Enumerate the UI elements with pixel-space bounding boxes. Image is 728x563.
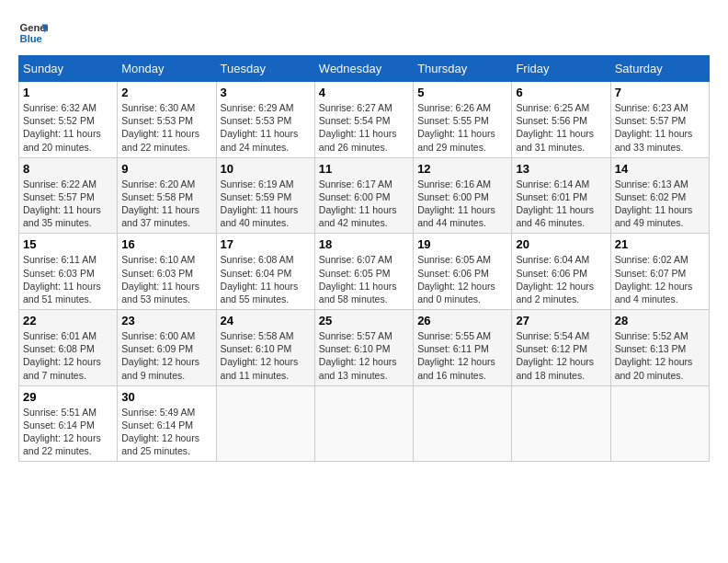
calendar-day-cell: 5Sunrise: 6:26 AMSunset: 5:55 PMDaylight… xyxy=(414,82,512,158)
day-number: 6 xyxy=(516,86,606,99)
day-info: Sunrise: 6:04 AMSunset: 6:06 PMDaylight:… xyxy=(516,253,606,305)
calendar-day-cell: 21Sunrise: 6:02 AMSunset: 6:07 PMDayligh… xyxy=(610,234,709,310)
calendar-day-cell: 2Sunrise: 6:30 AMSunset: 5:53 PMDaylight… xyxy=(118,82,216,158)
calendar-day-cell: 14Sunrise: 6:13 AMSunset: 6:02 PMDayligh… xyxy=(610,157,709,234)
day-info: Sunrise: 6:32 AMSunset: 5:52 PMDaylight:… xyxy=(23,101,113,154)
svg-text:Blue: Blue xyxy=(20,33,42,44)
day-info: Sunrise: 5:52 AMSunset: 6:13 PMDaylight:… xyxy=(615,329,705,382)
day-number: 28 xyxy=(615,314,705,327)
day-number: 20 xyxy=(516,237,606,251)
calendar-day-header: Sunday xyxy=(19,56,118,82)
day-info: Sunrise: 5:57 AMSunset: 6:10 PMDaylight:… xyxy=(319,329,409,382)
day-info: Sunrise: 6:13 AMSunset: 6:02 PMDaylight:… xyxy=(615,178,705,230)
calendar-day-cell: 16Sunrise: 6:10 AMSunset: 6:03 PMDayligh… xyxy=(118,234,216,310)
day-number: 15 xyxy=(23,237,113,251)
logo: General Blue xyxy=(18,18,48,48)
day-number: 30 xyxy=(121,390,211,404)
day-number: 16 xyxy=(121,237,211,251)
day-info: Sunrise: 6:23 AMSunset: 5:57 PMDaylight:… xyxy=(615,101,705,154)
calendar-day-cell: 6Sunrise: 6:25 AMSunset: 5:56 PMDaylight… xyxy=(512,82,610,158)
day-number: 9 xyxy=(121,162,211,176)
day-number: 23 xyxy=(121,314,211,327)
day-number: 29 xyxy=(23,390,113,404)
calendar-day-cell: 26Sunrise: 5:55 AMSunset: 6:11 PMDayligh… xyxy=(414,310,512,386)
day-number: 19 xyxy=(417,237,507,251)
day-info: Sunrise: 6:14 AMSunset: 6:01 PMDaylight:… xyxy=(516,178,606,230)
day-info: Sunrise: 6:17 AMSunset: 6:00 PMDaylight:… xyxy=(319,178,409,230)
day-number: 24 xyxy=(221,314,311,327)
calendar-day-cell: 13Sunrise: 6:14 AMSunset: 6:01 PMDayligh… xyxy=(512,157,610,234)
day-info: Sunrise: 5:51 AMSunset: 6:14 PMDaylight:… xyxy=(23,406,113,458)
day-number: 14 xyxy=(615,162,705,176)
day-number: 22 xyxy=(23,314,113,327)
calendar-week-row: 1Sunrise: 6:32 AMSunset: 5:52 PMDaylight… xyxy=(19,82,710,158)
day-number: 26 xyxy=(417,314,507,327)
calendar-day-header: Tuesday xyxy=(216,56,314,82)
day-info: Sunrise: 6:25 AMSunset: 5:56 PMDaylight:… xyxy=(516,101,606,154)
day-number: 4 xyxy=(319,86,409,99)
day-number: 5 xyxy=(417,86,507,99)
calendar-day-cell: 27Sunrise: 5:54 AMSunset: 6:12 PMDayligh… xyxy=(512,310,610,386)
calendar-day-cell: 12Sunrise: 6:16 AMSunset: 6:00 PMDayligh… xyxy=(414,157,512,234)
day-number: 13 xyxy=(516,162,606,176)
day-info: Sunrise: 6:19 AMSunset: 5:59 PMDaylight:… xyxy=(221,178,311,230)
calendar-day-cell: 15Sunrise: 6:11 AMSunset: 6:03 PMDayligh… xyxy=(19,234,118,310)
calendar-day-header: Wednesday xyxy=(314,56,413,82)
calendar-day-header: Friday xyxy=(512,56,610,82)
day-number: 10 xyxy=(221,162,311,176)
day-number: 8 xyxy=(23,162,113,176)
calendar-day-cell: 24Sunrise: 5:58 AMSunset: 6:10 PMDayligh… xyxy=(216,310,314,386)
calendar-day-cell xyxy=(414,385,512,462)
day-info: Sunrise: 6:27 AMSunset: 5:54 PMDaylight:… xyxy=(319,101,409,154)
day-number: 3 xyxy=(221,86,311,99)
calendar-day-cell: 23Sunrise: 6:00 AMSunset: 6:09 PMDayligh… xyxy=(118,310,216,386)
day-info: Sunrise: 6:20 AMSunset: 5:58 PMDaylight:… xyxy=(121,178,211,230)
calendar-day-cell: 25Sunrise: 5:57 AMSunset: 6:10 PMDayligh… xyxy=(314,310,413,386)
calendar-day-cell: 1Sunrise: 6:32 AMSunset: 5:52 PMDaylight… xyxy=(19,82,118,158)
day-info: Sunrise: 6:02 AMSunset: 6:07 PMDaylight:… xyxy=(615,253,705,305)
day-info: Sunrise: 5:58 AMSunset: 6:10 PMDaylight:… xyxy=(221,329,311,382)
calendar-day-cell: 20Sunrise: 6:04 AMSunset: 6:06 PMDayligh… xyxy=(512,234,610,310)
day-number: 11 xyxy=(319,162,409,176)
calendar-day-cell: 22Sunrise: 6:01 AMSunset: 6:08 PMDayligh… xyxy=(19,310,118,386)
day-info: Sunrise: 6:29 AMSunset: 5:53 PMDaylight:… xyxy=(221,101,311,154)
day-info: Sunrise: 6:30 AMSunset: 5:53 PMDaylight:… xyxy=(121,101,211,154)
calendar-week-row: 8Sunrise: 6:22 AMSunset: 5:57 PMDaylight… xyxy=(19,157,710,234)
calendar-table: SundayMondayTuesdayWednesdayThursdayFrid… xyxy=(18,55,710,462)
logo-icon: General Blue xyxy=(18,18,48,48)
calendar-day-cell: 10Sunrise: 6:19 AMSunset: 5:59 PMDayligh… xyxy=(216,157,314,234)
calendar-day-cell: 9Sunrise: 6:20 AMSunset: 5:58 PMDaylight… xyxy=(118,157,216,234)
day-info: Sunrise: 6:10 AMSunset: 6:03 PMDaylight:… xyxy=(121,253,211,305)
calendar-day-cell: 28Sunrise: 5:52 AMSunset: 6:13 PMDayligh… xyxy=(610,310,709,386)
calendar-day-cell: 7Sunrise: 6:23 AMSunset: 5:57 PMDaylight… xyxy=(610,82,709,158)
day-info: Sunrise: 6:00 AMSunset: 6:09 PMDaylight:… xyxy=(121,329,211,382)
calendar-day-cell: 30Sunrise: 5:49 AMSunset: 6:14 PMDayligh… xyxy=(118,385,216,462)
page-header: General Blue xyxy=(18,18,710,48)
day-info: Sunrise: 6:01 AMSunset: 6:08 PMDaylight:… xyxy=(23,329,113,382)
calendar-day-cell: 4Sunrise: 6:27 AMSunset: 5:54 PMDaylight… xyxy=(314,82,413,158)
calendar-week-row: 15Sunrise: 6:11 AMSunset: 6:03 PMDayligh… xyxy=(19,234,710,310)
day-info: Sunrise: 6:16 AMSunset: 6:00 PMDaylight:… xyxy=(417,178,507,230)
calendar-day-cell xyxy=(610,385,709,462)
day-number: 12 xyxy=(417,162,507,176)
calendar-week-row: 22Sunrise: 6:01 AMSunset: 6:08 PMDayligh… xyxy=(19,310,710,386)
day-info: Sunrise: 6:07 AMSunset: 6:05 PMDaylight:… xyxy=(319,253,409,305)
day-number: 25 xyxy=(319,314,409,327)
calendar-week-row: 29Sunrise: 5:51 AMSunset: 6:14 PMDayligh… xyxy=(19,385,710,462)
day-number: 17 xyxy=(221,237,311,251)
calendar-day-cell xyxy=(216,385,314,462)
calendar-day-cell: 8Sunrise: 6:22 AMSunset: 5:57 PMDaylight… xyxy=(19,157,118,234)
day-info: Sunrise: 5:54 AMSunset: 6:12 PMDaylight:… xyxy=(516,329,606,382)
day-info: Sunrise: 5:55 AMSunset: 6:11 PMDaylight:… xyxy=(417,329,507,382)
calendar-day-cell: 29Sunrise: 5:51 AMSunset: 6:14 PMDayligh… xyxy=(19,385,118,462)
day-number: 18 xyxy=(319,237,409,251)
day-info: Sunrise: 6:26 AMSunset: 5:55 PMDaylight:… xyxy=(417,101,507,154)
calendar-day-cell xyxy=(512,385,610,462)
calendar-day-cell: 3Sunrise: 6:29 AMSunset: 5:53 PMDaylight… xyxy=(216,82,314,158)
day-number: 21 xyxy=(615,237,705,251)
day-info: Sunrise: 6:22 AMSunset: 5:57 PMDaylight:… xyxy=(23,178,113,230)
calendar-day-cell: 17Sunrise: 6:08 AMSunset: 6:04 PMDayligh… xyxy=(216,234,314,310)
day-info: Sunrise: 5:49 AMSunset: 6:14 PMDaylight:… xyxy=(121,406,211,458)
day-number: 7 xyxy=(615,86,705,99)
calendar-day-header: Saturday xyxy=(610,56,709,82)
